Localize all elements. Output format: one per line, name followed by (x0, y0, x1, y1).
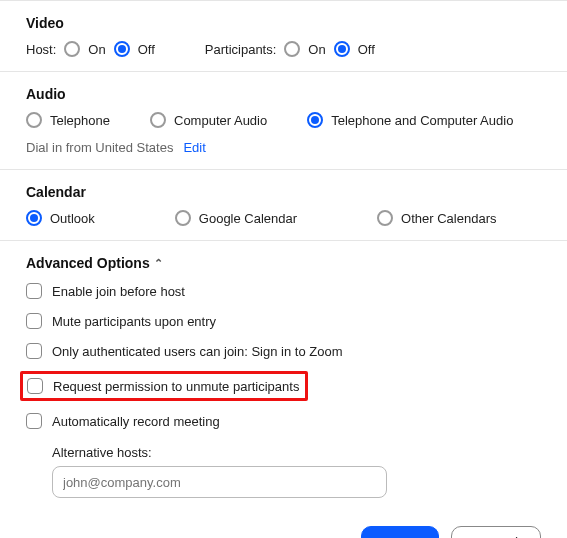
save-button[interactable]: Save (361, 526, 440, 538)
mute-entry-label: Mute participants upon entry (52, 314, 216, 329)
host-off-label: Off (138, 42, 155, 57)
mute-entry-checkbox[interactable] (26, 313, 42, 329)
participants-label: Participants: (205, 42, 277, 57)
advanced-options-list: Enable join before host Mute participant… (26, 281, 541, 498)
video-section: Video Host: On Off Participants: On Off (0, 0, 567, 72)
advanced-title: Advanced Options (26, 255, 150, 271)
audio-telephone-option[interactable]: Telephone (26, 112, 110, 128)
other-cal-label: Other Calendars (401, 211, 496, 226)
advanced-title-row[interactable]: Advanced Options ⌃ (26, 255, 541, 271)
auto-record-label: Automatically record meeting (52, 414, 220, 429)
outlook-label: Outlook (50, 211, 95, 226)
participants-on-label: On (308, 42, 325, 57)
computer-audio-label: Computer Audio (174, 113, 267, 128)
mute-entry-option[interactable]: Mute participants upon entry (26, 311, 541, 331)
edit-dial-link[interactable]: Edit (183, 140, 205, 155)
telephone-radio[interactable] (26, 112, 42, 128)
alt-host-input[interactable] (52, 466, 387, 498)
host-on-label: On (88, 42, 105, 57)
google-label: Google Calendar (199, 211, 297, 226)
host-on-radio[interactable] (64, 41, 80, 57)
both-audio-label: Telephone and Computer Audio (331, 113, 513, 128)
calendar-outlook-option[interactable]: Outlook (26, 210, 95, 226)
enable-join-label: Enable join before host (52, 284, 185, 299)
cancel-button[interactable]: Cancel (451, 526, 541, 538)
request-unmute-label: Request permission to unmute participant… (53, 379, 299, 394)
participants-on-radio[interactable] (284, 41, 300, 57)
google-radio[interactable] (175, 210, 191, 226)
chevron-up-icon: ⌃ (154, 257, 163, 270)
audio-computer-option[interactable]: Computer Audio (150, 112, 267, 128)
audio-section: Audio Telephone Computer Audio Telephone… (0, 72, 567, 170)
auto-record-checkbox[interactable] (26, 413, 42, 429)
request-unmute-checkbox[interactable] (27, 378, 43, 394)
computer-audio-radio[interactable] (150, 112, 166, 128)
calendar-section: Calendar Outlook Google Calendar Other C… (0, 170, 567, 241)
enable-join-option[interactable]: Enable join before host (26, 281, 541, 301)
calendar-google-option[interactable]: Google Calendar (175, 210, 297, 226)
host-label: Host: (26, 42, 56, 57)
participants-off-radio[interactable] (334, 41, 350, 57)
telephone-label: Telephone (50, 113, 110, 128)
outlook-radio[interactable] (26, 210, 42, 226)
auto-record-option[interactable]: Automatically record meeting (26, 411, 541, 431)
participants-off-label: Off (358, 42, 375, 57)
auth-only-checkbox[interactable] (26, 343, 42, 359)
footer: Save Cancel (0, 506, 567, 538)
both-audio-radio[interactable] (307, 112, 323, 128)
audio-title: Audio (26, 86, 541, 102)
calendar-title: Calendar (26, 184, 541, 200)
host-video-group: Host: On Off (26, 41, 155, 57)
participants-video-group: Participants: On Off (205, 41, 375, 57)
advanced-section: Advanced Options ⌃ Enable join before ho… (0, 241, 567, 506)
enable-join-checkbox[interactable] (26, 283, 42, 299)
video-title: Video (26, 15, 541, 31)
dial-in-text: Dial in from United States (26, 140, 173, 155)
auth-only-option[interactable]: Only authenticated users can join: Sign … (26, 341, 541, 361)
request-unmute-option[interactable]: Request permission to unmute participant… (20, 371, 308, 401)
auth-only-label: Only authenticated users can join: Sign … (52, 344, 343, 359)
alt-host-label: Alternative hosts: (52, 445, 541, 460)
audio-both-option[interactable]: Telephone and Computer Audio (307, 112, 513, 128)
calendar-other-option[interactable]: Other Calendars (377, 210, 496, 226)
other-cal-radio[interactable] (377, 210, 393, 226)
alt-host-block: Alternative hosts: (52, 445, 541, 498)
host-off-radio[interactable] (114, 41, 130, 57)
